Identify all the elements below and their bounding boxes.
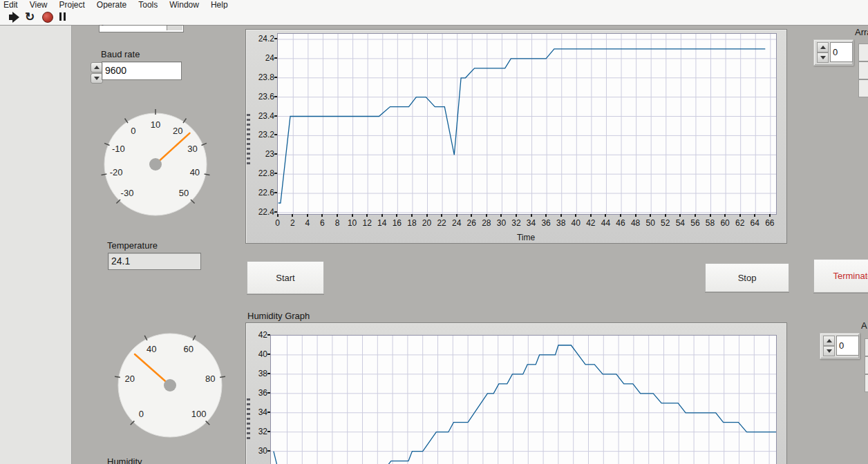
temperature-plot-area — [277, 33, 777, 215]
svg-text:40: 40 — [147, 344, 156, 354]
start-button[interactable]: Start — [247, 261, 324, 294]
humidity-chart: 42403836343230 — [245, 322, 787, 464]
run-icon — [9, 12, 19, 23]
temperature-gauge[interactable]: -30-20-1001020304050 — [96, 105, 215, 224]
x-tick-mark — [486, 214, 487, 217]
menu-item-project[interactable]: Project — [59, 1, 84, 9]
x-tick-mark — [575, 214, 576, 217]
x-tick-mark — [635, 214, 636, 217]
stop-button[interactable]: Stop — [705, 263, 789, 292]
svg-text:-10: -10 — [112, 144, 125, 154]
array-top-index-field[interactable]: 0 — [830, 42, 853, 62]
x-tick-mark — [650, 214, 651, 217]
menu-item-window[interactable]: Window — [169, 1, 199, 9]
increment-icon[interactable] — [823, 336, 835, 346]
y-tick-mark — [267, 412, 270, 413]
menu-item-edit[interactable]: Edit — [3, 1, 18, 9]
array-bottom-element — [865, 338, 868, 356]
pause-button[interactable] — [58, 11, 66, 23]
x-tick-mark — [695, 214, 696, 217]
y-tick-label: 38 — [245, 369, 267, 378]
pause-icon — [58, 11, 66, 23]
array-bottom-element — [865, 374, 868, 392]
array-bottom-index-field[interactable]: 0 — [836, 336, 859, 356]
y-tick-label: 40 — [245, 349, 267, 359]
y-tick-label: 34 — [245, 407, 267, 417]
menu-item-operate[interactable]: Operate — [97, 1, 126, 9]
svg-text:60: 60 — [184, 344, 194, 354]
svg-text:0: 0 — [139, 409, 144, 419]
y-tick-label: 22.6 — [249, 188, 274, 197]
x-tick-mark — [471, 214, 472, 217]
menu-item-help[interactable]: Help — [211, 1, 228, 9]
x-tick-mark — [337, 214, 338, 217]
run-button[interactable] — [9, 11, 19, 23]
menu-bar: EditViewProjectOperateToolsWindowHelp — [0, 0, 868, 9]
combo-dropdown-button[interactable] — [167, 26, 182, 30]
abort-icon — [42, 12, 53, 23]
svg-text:100: 100 — [191, 409, 207, 419]
terminate-button[interactable]: Terminate — [813, 259, 868, 293]
increment-icon[interactable] — [817, 42, 829, 52]
svg-text:20: 20 — [124, 374, 134, 384]
y-tick-label: 23 — [249, 149, 274, 159]
menu-item-view[interactable]: View — [30, 1, 48, 9]
left-panel-strip — [0, 26, 72, 464]
y-tick-label: 22.8 — [249, 168, 274, 178]
decrement-icon[interactable] — [823, 346, 835, 356]
x-axis-title: Time — [505, 233, 547, 242]
y-tick-label: 24 — [249, 53, 274, 63]
decrement-icon[interactable] — [817, 52, 829, 63]
x-tick-mark — [500, 214, 502, 217]
x-tick-mark — [531, 214, 532, 217]
x-tick-mark — [605, 214, 606, 217]
run-continuously-button[interactable]: ↻ — [25, 11, 35, 23]
svg-text:40: 40 — [190, 167, 200, 177]
x-tick-mark — [441, 214, 442, 217]
array-top-label: Arra — [855, 27, 868, 37]
array-top-element — [858, 44, 868, 61]
abort-button[interactable] — [42, 11, 53, 23]
y-tick-label: 23.2 — [249, 130, 274, 139]
x-tick-mark — [590, 214, 592, 217]
x-tick-mark — [381, 214, 383, 217]
x-tick-mark — [620, 214, 621, 217]
y-tick-mark — [274, 115, 277, 117]
x-tick-mark — [516, 214, 517, 217]
y-tick-mark — [267, 450, 270, 452]
y-tick-mark — [274, 192, 277, 193]
combo-caret-icon: ˇ — [102, 23, 104, 30]
y-tick-label: 42 — [245, 330, 267, 340]
svg-text:-20: -20 — [110, 167, 123, 177]
y-tick-label: 30 — [245, 446, 267, 456]
svg-text:80: 80 — [205, 374, 215, 384]
baud-rate-label: Baud rate — [101, 49, 140, 59]
x-tick-mark — [724, 214, 726, 217]
svg-text:50: 50 — [179, 188, 189, 198]
run-continuous-icon: ↻ — [25, 11, 35, 23]
y-tick-mark — [274, 211, 277, 213]
humidity-gauge[interactable]: 020406080100 — [110, 325, 230, 445]
x-tick-mark — [277, 214, 279, 217]
y-tick-label: 23.4 — [249, 111, 274, 121]
x-tick-mark — [307, 214, 308, 217]
array-bottom-index-stepper: 0 — [820, 333, 860, 359]
y-tick-label: 24.2 — [249, 34, 274, 44]
baud-rate-input[interactable]: 9600 — [102, 61, 182, 80]
y-tick-mark — [274, 96, 277, 97]
x-tick-label: 66 — [761, 218, 779, 228]
y-tick-label: 23.8 — [249, 72, 274, 82]
y-tick-mark — [274, 173, 277, 174]
svg-text:10: 10 — [151, 119, 160, 130]
x-tick-mark — [366, 214, 368, 217]
array-top-element — [858, 61, 868, 79]
x-tick-mark — [769, 214, 771, 217]
x-tick-mark — [321, 214, 323, 217]
visa-resource-combo-clipped[interactable]: ˇ — [99, 25, 184, 32]
svg-text:20: 20 — [173, 126, 182, 136]
humidity-label: Humidity — [107, 456, 142, 464]
x-tick-mark — [426, 214, 428, 217]
menu-item-tools[interactable]: Tools — [138, 1, 158, 9]
array-bottom-label: A — [861, 320, 867, 331]
x-tick-mark — [352, 214, 353, 217]
